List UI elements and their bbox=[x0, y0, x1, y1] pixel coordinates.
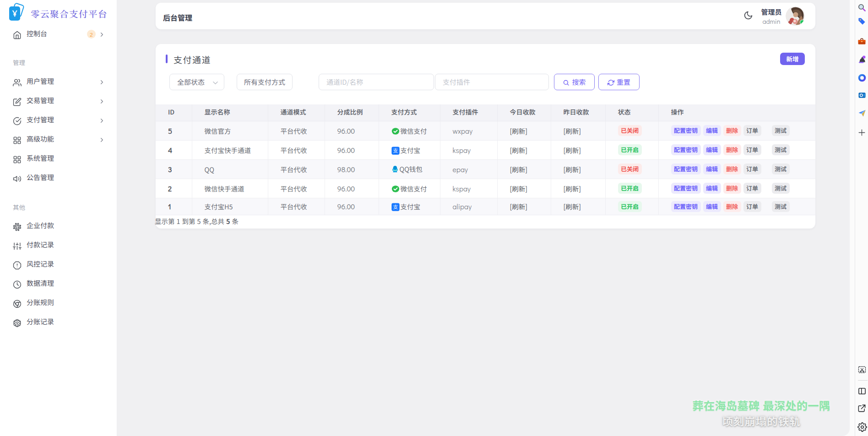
svg-text:支: 支 bbox=[393, 147, 398, 154]
svg-text:支: 支 bbox=[393, 203, 398, 210]
